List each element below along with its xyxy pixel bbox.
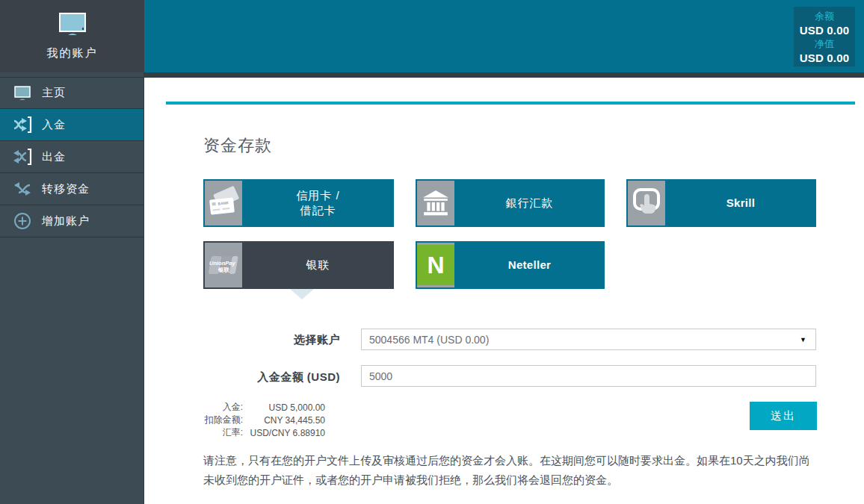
amount-input-label: 入金金额 (USD) xyxy=(203,370,340,385)
account-balance-box: 余额 USD 0.00 净值 USD 0.00 xyxy=(794,7,855,66)
sidebar-header: 我的账户 xyxy=(0,0,144,72)
payment-methods-grid: BANK 信用卡 / 借記卡 銀行汇款 xyxy=(203,179,816,289)
bank-icon xyxy=(417,181,454,225)
sidebar-header-title: 我的账户 xyxy=(47,46,98,60)
payment-method-label: 信用卡 / 借記卡 xyxy=(296,188,339,218)
page-title: 资金存款 xyxy=(203,134,272,157)
sidebar-item-add-account[interactable]: 增加账户 xyxy=(0,205,144,237)
monitor-icon xyxy=(58,12,87,40)
sidebar-item-home[interactable]: 主页 xyxy=(0,77,144,109)
payment-method-skrill[interactable]: Skrill xyxy=(626,179,816,227)
neteller-n-letter: N xyxy=(427,252,444,279)
chevron-down-icon: ▼ xyxy=(800,336,806,343)
sidebar-item-deposit[interactable]: 入金 xyxy=(0,109,144,141)
credit-card-icon: BANK xyxy=(205,181,242,225)
sidebar-item-transfer[interactable]: 转移资金 xyxy=(0,173,144,205)
svg-text:UnionPay: UnionPay xyxy=(209,260,235,267)
sidebar-item-label: 转移资金 xyxy=(42,182,90,196)
account-select-value: 5004566 MT4 (USD 0.00) xyxy=(369,334,489,346)
transfer-icon xyxy=(13,180,32,198)
payment-method-credit-card[interactable]: BANK 信用卡 / 借記卡 xyxy=(203,179,394,227)
sidebar-item-label: 入金 xyxy=(42,118,66,132)
summary-row-deposit: 入金: USD 5,000.00 xyxy=(203,401,325,414)
deposit-summary: 入金: USD 5,000.00 扣除金额: CNY 34,445.50 汇率:… xyxy=(203,401,325,439)
sidebar-item-label: 增加账户 xyxy=(42,214,90,228)
header-bottom-strip xyxy=(144,72,864,78)
payment-method-bank-wire[interactable]: 銀行汇款 xyxy=(416,179,605,227)
account-select-label: 选择账户 xyxy=(203,333,340,347)
methods-grid-spacer xyxy=(626,241,816,289)
unionpay-icon: UnionPay 银联 xyxy=(205,243,242,287)
summary-label: 入金: xyxy=(203,401,243,414)
deposit-icon xyxy=(13,116,32,134)
summary-label: 汇率: xyxy=(203,426,243,439)
summary-value: USD 5,000.00 xyxy=(243,401,325,414)
sidebar-nav: 主页 入金 出金 xyxy=(0,72,144,504)
skrill-icon xyxy=(628,181,665,225)
payment-method-label: Skrill xyxy=(726,196,756,211)
label-line1: 信用卡 / xyxy=(296,189,339,202)
content-top-divider xyxy=(166,102,855,105)
equity-value: USD 0.00 xyxy=(800,52,850,64)
payment-method-neteller[interactable]: N Neteller xyxy=(416,241,605,289)
neteller-icon: N xyxy=(417,243,454,287)
equity-label: 净值 xyxy=(815,37,834,51)
payment-method-unionpay[interactable]: UnionPay 银联 银联 xyxy=(203,241,394,289)
payment-method-label: Neteller xyxy=(508,258,551,273)
deposit-notice-text: 请注意，只有在您的开户文件上传及审核通过后您的资金才会入账。在这期间您可以随时要… xyxy=(203,451,818,490)
label-line2: 借記卡 xyxy=(300,204,336,217)
amount-input[interactable] xyxy=(361,365,816,387)
payment-method-label: 銀行汇款 xyxy=(506,196,554,211)
submit-button[interactable]: 送出 xyxy=(750,402,817,430)
sidebar-item-withdraw[interactable]: 出金 xyxy=(0,141,144,173)
account-select[interactable]: 5004566 MT4 (USD 0.00) ▼ xyxy=(361,329,816,350)
summary-value: CNY 34,445.50 xyxy=(243,414,325,426)
payment-method-label: 银联 xyxy=(306,258,330,273)
summary-label: 扣除金额: xyxy=(203,414,243,426)
withdraw-icon xyxy=(13,148,32,166)
sidebar-item-label: 主页 xyxy=(42,86,66,100)
svg-text:银联: 银联 xyxy=(217,267,230,273)
sidebar-item-label: 出金 xyxy=(42,150,66,164)
summary-row-exchange-rate: 汇率: USD/CNY 6.88910 xyxy=(203,426,325,439)
selected-method-caret xyxy=(290,289,314,299)
balance-value: USD 0.00 xyxy=(800,24,850,37)
top-header-band xyxy=(144,0,864,72)
balance-label: 余额 xyxy=(815,10,834,23)
add-account-icon xyxy=(13,212,32,230)
summary-row-debit-amount: 扣除金额: CNY 34,445.50 xyxy=(203,414,325,426)
monitor-icon xyxy=(13,84,32,102)
summary-value: USD/CNY 6.88910 xyxy=(243,426,325,439)
